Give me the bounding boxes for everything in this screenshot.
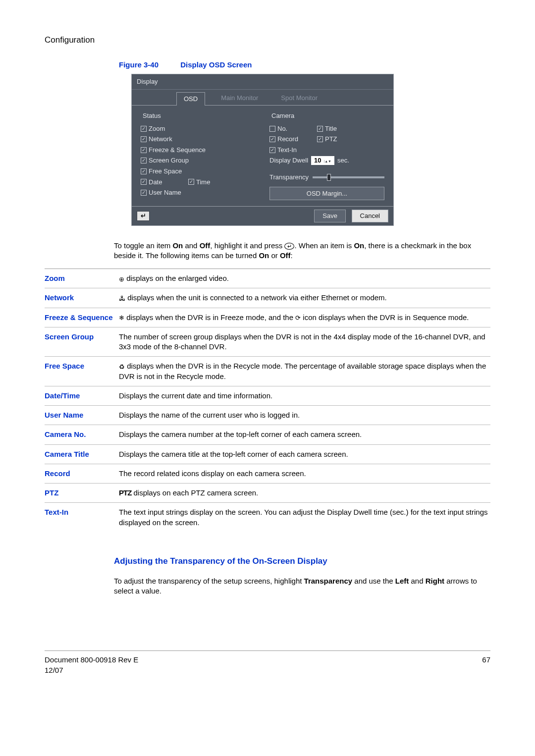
label-date: Date [149,178,162,187]
transparency-label: Transparency [269,173,309,182]
row-ptz-desc: PTZ displays on each PTZ camera screen. [119,488,490,498]
label-time: Time [196,178,210,187]
tab-osd[interactable]: OSD [176,92,205,106]
row-textin-desc: The text input strings display on the sc… [119,507,490,528]
checkbox-ptz[interactable]: ✓PTZ [317,135,362,144]
checkbox-user-name[interactable]: ✓User Name [141,188,185,197]
checkbox-screen-group[interactable]: ✓Screen Group [141,156,189,165]
dwell-spin-icon[interactable]: ▲▼ [324,160,331,163]
checkbox-zoom[interactable]: ✓Zoom [141,124,185,133]
display-dwell-stepper[interactable]: 10 ▲▼ [311,156,334,165]
figure-caption: Figure 3-40 Display OSD Screen [119,60,490,70]
row-screen-group-desc: The number of screen group displays when… [119,332,490,352]
checkbox-cam-no[interactable]: No. [269,124,314,133]
row-ptz-label: PTZ [45,488,119,498]
checkbox-record[interactable]: ✓Record [269,135,314,144]
row-user-name-desc: Displays the name of the current user wh… [119,410,490,420]
footer-page: 67 [482,655,490,675]
label-zoom: Zoom [149,124,165,133]
row-camera-no-label: Camera No. [45,430,119,439]
row-network-label: Network [45,293,119,303]
checkbox-time[interactable]: ✓Time [188,178,233,187]
label-free-space: Free Space [149,167,182,176]
row-free-space-desc: ♻ displays when the DVR is in the Recycl… [119,361,490,381]
subsection-heading: Adjusting the Transparency of the On-Scr… [114,556,490,567]
checkbox-textin[interactable]: ✓Text-In [269,146,314,155]
osd-panel-title: Display [132,74,393,90]
osd-status-col: Status ✓Zoom ✓Network ✓Freeze & Sequence… [141,110,256,200]
row-zoom-desc: ⊕ displays on the enlarged video. [119,273,490,283]
label-cam-no: No. [277,124,287,133]
checkbox-date[interactable]: ✓Date [141,178,185,187]
figure-number: Figure 3-40 [119,60,159,69]
back-button[interactable]: ↵ [137,211,150,221]
cancel-button[interactable]: Cancel [352,210,388,222]
recycle-icon: ♻ [119,364,125,370]
row-record-desc: The record related icons display on each… [119,469,490,479]
osd-tabs: OSD Main Monitor Spot Monitor [132,90,393,106]
checkbox-network[interactable]: ✓Network [141,135,185,144]
definitions-table: Zoom ⊕ displays on the enlarged video. N… [45,269,490,532]
row-record-label: Record [45,469,119,479]
display-dwell-value: 10 [314,157,321,164]
label-freeze: Freeze & Sequence [149,146,206,155]
row-date-time-label: Date/Time [45,391,119,401]
checkbox-cam-title[interactable]: ✓Title [317,124,362,133]
label-textin: Text-In [277,146,297,155]
row-freeze-desc: ❄ displays when the DVR is in Freeze mod… [119,313,490,323]
save-button[interactable]: Save [314,210,346,222]
tab-main-monitor[interactable]: Main Monitor [214,92,265,106]
osd-margin-button[interactable]: OSD Margin... [269,187,384,201]
row-free-space-label: Free Space [45,361,119,381]
label-cam-title: Title [325,124,337,133]
checkbox-free-space[interactable]: ✓Free Space [141,167,185,176]
label-record: Record [277,135,298,144]
transparency-slider[interactable] [313,176,384,178]
row-camera-no-desc: Displays the camera number at the top-le… [119,430,490,439]
row-camera-title-label: Camera Title [45,449,119,459]
section-title: Configuration [45,35,490,46]
transparency-paragraph: To adjust the transparency of the setup … [114,576,490,596]
row-textin-label: Text-In [45,507,119,528]
display-dwell-unit: sec. [337,156,349,165]
footer-date: 12/07 [45,665,138,675]
page-footer: Document 800-00918 Rev E 12/07 67 [45,650,490,675]
row-freeze-label: Freeze & Sequence [45,313,119,323]
enter-icon: ↵ [284,243,294,250]
checkbox-freeze-sequence[interactable]: ✓Freeze & Sequence [141,146,206,155]
status-heading: Status [143,111,256,120]
ptz-icon: PTZ [119,488,131,497]
label-user-name: User Name [149,188,181,197]
label-network: Network [149,135,172,144]
tab-spot-monitor[interactable]: Spot Monitor [274,92,324,106]
camera-heading: Camera [271,111,384,120]
row-date-time-desc: Displays the current date and time infor… [119,391,490,401]
footer-doc: Document 800-00918 Rev E [45,655,138,665]
label-ptz: PTZ [325,135,337,144]
sequence-icon: ⟳ [295,315,301,321]
row-user-name-label: User Name [45,410,119,420]
figure-title: Display OSD Screen [180,60,252,69]
network-icon: 🖧 [119,295,125,302]
osd-camera-col: Camera No. ✓Title ✓Record ✓PTZ ✓Text-In … [269,110,384,200]
row-camera-title-desc: Displays the camera title at the top-lef… [119,449,490,459]
freeze-icon: ❄ [119,315,124,321]
display-dwell-label: Display Dwell [269,156,308,165]
osd-panel: Display OSD Main Monitor Spot Monitor St… [131,74,394,225]
row-screen-group-label: Screen Group [45,332,119,352]
slider-thumb-icon[interactable] [327,174,331,181]
magnify-icon: ⊕ [119,276,124,282]
toggle-paragraph: To toggle an item On and Off, highlight … [114,241,490,261]
row-zoom-label: Zoom [45,273,119,283]
label-screen-group: Screen Group [149,156,189,165]
row-network-desc: 🖧 displays when the unit is connected to… [119,293,490,303]
